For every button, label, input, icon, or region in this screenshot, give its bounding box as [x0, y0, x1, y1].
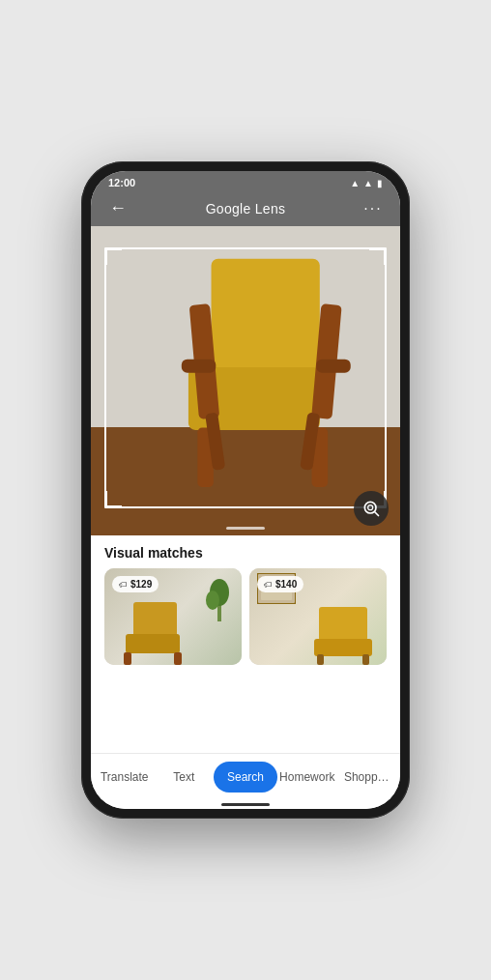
matches-row: 🏷 $129 — [91, 568, 400, 753]
drag-handle[interactable] — [226, 527, 265, 530]
svg-rect-20 — [319, 607, 367, 641]
svg-point-19 — [206, 591, 219, 610]
chair-illustration — [130, 236, 361, 487]
status-icons: ▲ ▲ ▮ — [350, 178, 383, 188]
price-tag-icon-2: 🏷 — [264, 580, 273, 590]
app-title: Google Lens — [206, 201, 286, 216]
visual-matches-title: Visual matches — [91, 535, 400, 568]
phone-screen: 12:00 ▲ ▲ ▮ ← Google Lens ··· — [91, 171, 400, 809]
camera-image-area — [91, 226, 400, 535]
svg-rect-14 — [126, 634, 180, 653]
svg-rect-5 — [316, 360, 350, 373]
lens-icon — [361, 499, 381, 518]
title-lens: Lens — [251, 201, 286, 216]
match-chair-2 — [309, 602, 377, 665]
match-card-2[interactable]: 🏷 $140 — [249, 568, 387, 665]
svg-rect-23 — [362, 654, 369, 665]
back-button[interactable]: ← — [104, 198, 131, 218]
home-indicator — [221, 803, 270, 806]
price-tag-icon-1: 🏷 — [119, 580, 128, 590]
tab-search[interactable]: Search — [214, 762, 277, 793]
lens-search-button[interactable] — [354, 491, 389, 526]
price-badge-2: 🏷 $140 — [257, 576, 303, 592]
price-text-2: $140 — [275, 579, 297, 590]
tab-text[interactable]: Text — [155, 754, 215, 799]
phone-shell: 12:00 ▲ ▲ ▮ ← Google Lens ··· — [81, 161, 410, 819]
status-time: 12:00 — [108, 177, 135, 188]
tab-translate[interactable]: Translate — [95, 754, 155, 799]
svg-rect-4 — [182, 360, 216, 373]
home-indicator-area — [91, 799, 400, 809]
price-badge-1: 🏷 $129 — [112, 576, 159, 592]
tab-shopping[interactable]: Shopp… — [337, 754, 397, 799]
match-card-1[interactable]: 🏷 $129 — [104, 568, 242, 665]
wifi-icon: ▲ — [350, 178, 360, 188]
tab-homework[interactable]: Homework — [277, 754, 337, 799]
top-bar: ← Google Lens ··· — [91, 192, 400, 226]
price-text-1: $129 — [130, 579, 152, 590]
svg-point-12 — [368, 505, 373, 510]
battery-icon: ▮ — [377, 178, 383, 188]
svg-rect-21 — [314, 639, 372, 656]
svg-line-11 — [375, 512, 379, 516]
signal-icon: ▲ — [363, 178, 373, 188]
bottom-tabs: Translate Text Search Homework Shopp… — [91, 753, 400, 799]
match-chair-1 — [114, 597, 191, 665]
svg-rect-0 — [212, 259, 320, 379]
svg-rect-15 — [124, 652, 131, 665]
svg-rect-13 — [133, 602, 177, 639]
plant-1 — [205, 573, 234, 621]
status-bar: 12:00 ▲ ▲ ▮ — [91, 171, 400, 192]
more-options-button[interactable]: ··· — [360, 200, 387, 217]
svg-rect-16 — [174, 652, 182, 665]
results-area: Visual matches — [91, 535, 400, 753]
svg-rect-22 — [317, 654, 324, 665]
title-google: Google — [206, 201, 251, 216]
